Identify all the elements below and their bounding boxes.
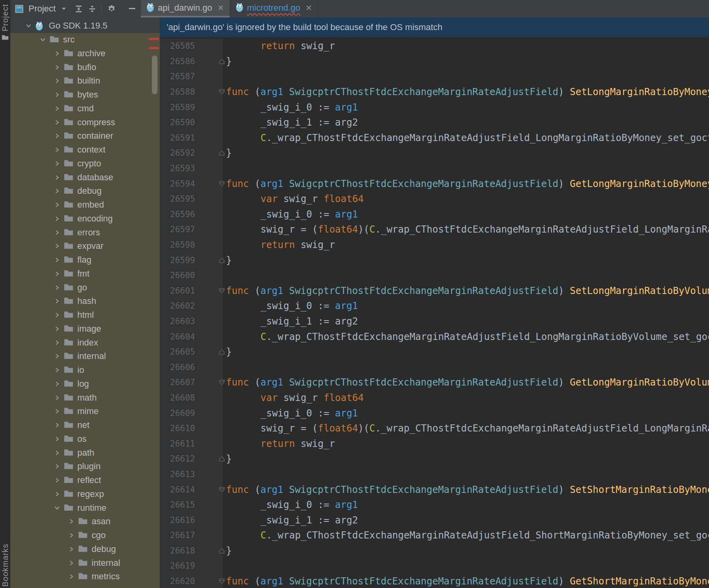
tree-item-index[interactable]: index	[10, 336, 160, 349]
chevron-right-icon[interactable]	[68, 560, 75, 566]
code-line-26589[interactable]: 26589_swig_i_0 := arg1	[160, 99, 709, 115]
chevron-right-icon[interactable]	[68, 518, 75, 525]
code-line-26600[interactable]: 26600	[160, 268, 709, 283]
tree-item-io[interactable]: io	[10, 363, 160, 377]
tree-item-plugin[interactable]: plugin	[10, 460, 160, 473]
chevron-right-icon[interactable]	[54, 119, 60, 126]
code-line-26598[interactable]: 26598return swig_r	[160, 237, 709, 253]
fold-region-start-icon[interactable]	[218, 89, 225, 95]
tree-item-crypto[interactable]: crypto	[10, 157, 160, 171]
tree-item-internal[interactable]: internal	[10, 349, 160, 363]
chevron-right-icon[interactable]	[54, 50, 60, 57]
collapse-all-icon[interactable]	[88, 5, 96, 13]
tree-item-go-sdk-1-19-5[interactable]: Go SDK 1.19.5	[10, 19, 160, 33]
code-line-26616[interactable]: 26616_swig_i_1 := arg2	[160, 512, 709, 528]
code-line-26593[interactable]: 26593	[160, 161, 709, 176]
tree-item-reflect[interactable]: reflect	[10, 473, 160, 487]
code-line-26587[interactable]: 26587	[160, 69, 709, 84]
tree-item-bufio[interactable]: bufio	[10, 60, 160, 74]
tree-item-metrics[interactable]: metrics	[10, 570, 160, 584]
tree-item-math[interactable]: math	[10, 391, 160, 405]
tree-item-expvar[interactable]: expvar	[10, 239, 160, 253]
code-line-26619[interactable]: 26619	[160, 558, 709, 574]
fold-region-start-icon[interactable]	[218, 578, 225, 585]
chevron-right-icon[interactable]	[54, 326, 60, 332]
tree-item-database[interactable]: database	[10, 170, 160, 184]
stripe-button-project[interactable]: Project	[0, 4, 10, 42]
code-line-26595[interactable]: 26595var swig_r float64	[160, 191, 709, 207]
chevron-right-icon[interactable]	[54, 271, 60, 277]
tree-item-mime[interactable]: mime	[10, 405, 160, 418]
tree-item-regexp[interactable]: regexp	[10, 487, 160, 501]
chevron-right-icon[interactable]	[54, 133, 60, 139]
tree-item-html[interactable]: html	[10, 308, 160, 322]
code-line-26606[interactable]: 26606	[160, 359, 709, 375]
tab-close-icon[interactable]: ✕	[305, 3, 312, 13]
chevron-right-icon[interactable]	[54, 202, 60, 208]
tree-item-debug[interactable]: debug	[10, 184, 160, 198]
tree-item-embed[interactable]: embed	[10, 198, 160, 212]
chevron-right-icon[interactable]	[54, 408, 60, 414]
editor-tab-microtrend.go[interactable]: microtrend.go ✕	[230, 0, 318, 17]
fold-region-end-icon[interactable]	[218, 547, 225, 554]
chevron-right-icon[interactable]	[54, 477, 60, 483]
tree-item-flag[interactable]: flag	[10, 253, 160, 267]
code-line-26603[interactable]: 26603_swig_i_1 := arg2	[160, 314, 709, 329]
chevron-right-icon[interactable]	[54, 92, 60, 98]
tab-close-icon[interactable]: ✕	[217, 3, 224, 13]
code-line-26594[interactable]: 26594 func (arg1 SwigcptrCThostFtdcExcha…	[160, 176, 709, 191]
code-line-26615[interactable]: 26615_swig_i_0 := arg1	[160, 497, 709, 513]
tree-item-internal[interactable]: internal	[10, 556, 160, 570]
chevron-right-icon[interactable]	[54, 436, 60, 442]
code-line-26604[interactable]: 26604C._wrap_CThostFtdcExchangeMarginRat…	[160, 329, 709, 344]
code-line-26620[interactable]: 26620 func (arg1 SwigcptrCThostFtdcExcha…	[160, 574, 709, 588]
chevron-right-icon[interactable]	[54, 284, 60, 291]
code-line-26607[interactable]: 26607 func (arg1 SwigcptrCThostFtdcExcha…	[160, 375, 709, 390]
tree-item-log[interactable]: log	[10, 377, 160, 391]
tree-item-image[interactable]: image	[10, 322, 160, 336]
settings-gear-icon[interactable]	[107, 4, 116, 13]
code-line-26602[interactable]: 26602_swig_i_0 := arg1	[160, 298, 709, 314]
tree-item-container[interactable]: container	[10, 129, 160, 143]
tree-item-errors[interactable]: errors	[10, 225, 160, 239]
chevron-right-icon[interactable]	[54, 147, 60, 153]
code-line-26613[interactable]: 26613	[160, 467, 709, 482]
chevron-right-icon[interactable]	[54, 505, 60, 511]
tree-item-archive[interactable]: archive	[10, 47, 160, 61]
tree-item-debug[interactable]: debug	[10, 542, 160, 556]
chevron-right-icon[interactable]	[40, 36, 46, 43]
hide-panel-icon[interactable]	[129, 8, 135, 10]
code-line-26611[interactable]: 26611return swig_r	[160, 436, 709, 451]
code-line-26618[interactable]: 26618 }	[160, 543, 709, 559]
tree-item-cmd[interactable]: cmd	[10, 102, 160, 116]
chevron-right-icon[interactable]	[54, 105, 60, 112]
chevron-right-icon[interactable]	[54, 422, 60, 428]
chevron-right-icon[interactable]	[25, 23, 32, 29]
code-line-26617[interactable]: 26617C._wrap_CThostFtdcExchangeMarginRat…	[160, 528, 709, 543]
tree-item-path[interactable]: path	[10, 446, 160, 460]
chevron-right-icon[interactable]	[54, 216, 60, 222]
tree-item-src[interactable]: src	[10, 33, 160, 47]
chevron-right-icon[interactable]	[54, 381, 60, 387]
chevron-right-icon[interactable]	[54, 463, 60, 470]
tree-item-context[interactable]: context	[10, 143, 160, 157]
tree-item-runtime[interactable]: runtime	[10, 501, 160, 515]
chevron-right-icon[interactable]	[54, 243, 60, 249]
tree-item-go[interactable]: go	[10, 281, 160, 294]
code-line-26596[interactable]: 26596_swig_i_0 := arg1	[160, 207, 709, 222]
chevron-right-icon[interactable]	[54, 174, 60, 181]
chevron-right-icon[interactable]	[68, 532, 75, 538]
chevron-right-icon[interactable]	[54, 160, 60, 167]
chevron-right-icon[interactable]	[54, 491, 60, 497]
editor-tab-api_darwin.go[interactable]: api_darwin.go ✕	[141, 0, 230, 17]
fold-region-end-icon[interactable]	[218, 456, 225, 462]
chevron-right-icon[interactable]	[54, 229, 60, 236]
code-line-26610[interactable]: 26610swig_r = (float64)(C._wrap_CThostFt…	[160, 421, 709, 436]
fold-region-start-icon[interactable]	[218, 287, 225, 294]
code-line-26585[interactable]: 26585return swig_r	[160, 38, 709, 54]
chevron-right-icon[interactable]	[54, 312, 60, 318]
chevron-right-icon[interactable]	[54, 367, 60, 373]
chevron-right-icon[interactable]	[54, 395, 60, 401]
tree-item-builtin[interactable]: builtin	[10, 74, 160, 88]
chevron-down-icon[interactable]	[61, 6, 67, 12]
